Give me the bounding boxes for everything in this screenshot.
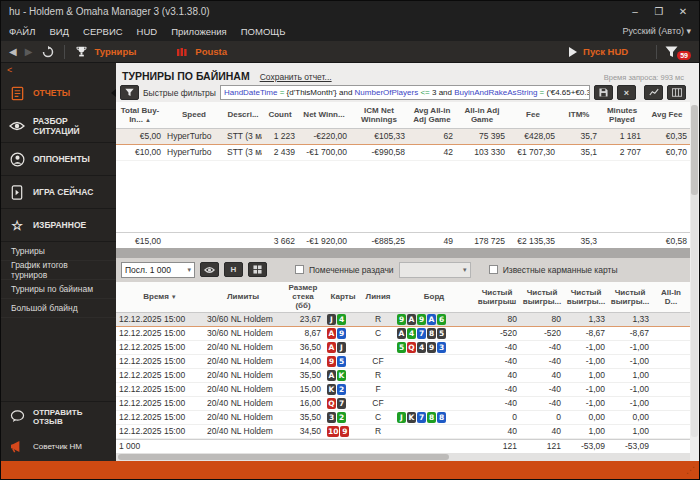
quick-filter-button[interactable] <box>120 85 139 100</box>
vscroll-thumb[interactable] <box>691 105 698 195</box>
minimize-button[interactable]: – <box>623 3 647 19</box>
refresh-icon[interactable] <box>40 44 56 60</box>
column-header[interactable]: Total Buy-In...▲ <box>116 102 164 128</box>
menu-file[interactable]: ФАЙЛ <box>9 26 35 37</box>
sidebar-item-live-play[interactable]: ИГРА СЕЙЧАС <box>1 176 116 209</box>
nav-forward-button[interactable]: ▶ <box>25 46 33 57</box>
horizontal-scrollbar[interactable] <box>116 453 690 461</box>
buyin-cell: 75 395 <box>456 128 508 144</box>
sidebar-item-opponents[interactable]: ОППОНЕНТЫ <box>1 143 116 176</box>
buyin-cell: 2 707 <box>600 144 644 160</box>
column-header[interactable]: Net Winn... <box>298 102 350 128</box>
hand-allin <box>652 340 690 354</box>
column-header[interactable]: ICM Net Winnings <box>350 102 408 128</box>
grid-view-button[interactable] <box>248 262 267 277</box>
column-header[interactable]: Avg All-in Adj Game <box>408 102 456 128</box>
hand-row[interactable]: 12.12.2025 15:0020/40 NL Holdem16,00Q7CF… <box>116 396 690 410</box>
sidebar-collapse-button[interactable]: < <box>1 63 116 77</box>
hand-net-win-2: 0 <box>520 410 564 424</box>
column-header[interactable]: Линия <box>362 282 394 312</box>
sidebar-item-hand-review[interactable]: РАЗБОР СИТУАЦИЙ <box>1 110 116 143</box>
column-header[interactable]: Count <box>262 102 298 128</box>
graph-view-button[interactable] <box>644 85 663 100</box>
save-filter-button[interactable] <box>594 85 613 100</box>
buyin-row[interactable]: €5,00HyperTurboSTT (3 ма1 223-€220,00€10… <box>116 128 690 144</box>
resize-grip[interactable]: ⋰ <box>686 465 696 475</box>
favorite-tournaments[interactable]: Турниры <box>1 242 116 261</box>
run-hud-button[interactable]: Пуск HUD <box>568 46 628 57</box>
live-play-icon <box>9 184 25 200</box>
favorite-big-blind[interactable]: Большой блайнд <box>1 299 116 318</box>
marked-hands-checkbox[interactable] <box>295 265 304 274</box>
hm-advisor-button[interactable]: Советчик HM <box>1 431 116 461</box>
favorite-tournament-results-graph[interactable]: График итогов турниров <box>1 261 116 280</box>
column-header[interactable]: Чистый выигрыш <box>474 282 520 312</box>
nav-back-button[interactable]: ◀ <box>9 46 17 57</box>
vertical-scrollbar[interactable] <box>691 105 698 437</box>
column-header[interactable]: Борд <box>394 282 474 312</box>
column-header[interactable]: Чистый выигры... <box>520 282 564 312</box>
card-chip: 3 <box>327 412 336 423</box>
hand-cards: K2 <box>324 382 362 396</box>
column-header[interactable]: ITM% <box>558 102 600 128</box>
tab-pousta[interactable]: Pousta <box>174 44 227 60</box>
hud-stats-button[interactable]: H <box>224 262 243 277</box>
hscroll-thumb[interactable] <box>118 454 449 460</box>
menu-view[interactable]: ВИД <box>49 26 69 37</box>
filter-expression[interactable]: HandDateTime = {d'ThisMonth'} and Number… <box>220 85 590 100</box>
column-header[interactable]: Карты <box>324 282 362 312</box>
menu-help[interactable]: ПОМОЩЬ <box>241 26 286 37</box>
hand-row[interactable]: 12.12.2025 15:0020/40 NL Holdem15,00K2F-… <box>116 382 690 396</box>
maximize-button[interactable]: ❒ <box>647 3 671 19</box>
hands-total-cell <box>394 439 474 453</box>
column-header[interactable]: Speed <box>164 102 224 128</box>
marked-hands-tag-select[interactable]: ▾ <box>399 262 471 278</box>
buyin-table: Total Buy-In...▲SpeedDescri...CountNet W… <box>116 102 690 161</box>
column-header[interactable]: Чистый выигры... <box>564 282 608 312</box>
hand-stack: 35,50 <box>282 368 324 382</box>
hand-row[interactable]: 12.12.2025 15:0020/40 NL Holdem34,50109R… <box>116 424 690 438</box>
hand-row[interactable]: 12.12.2025 15:0020/40 NL Holdem14,0095CF… <box>116 354 690 368</box>
hand-net-win-2: 40 <box>520 368 564 382</box>
last-hands-select[interactable]: Посл. 1 000 ▾ <box>121 262 195 278</box>
buyin-total-cell: 49 <box>408 233 456 248</box>
tab-tournaments[interactable]: Турниры <box>73 44 136 60</box>
filters-button[interactable]: 59 <box>665 43 691 60</box>
clear-filter-button[interactable]: × <box>617 85 636 100</box>
column-header[interactable]: All-In D... <box>652 282 690 312</box>
hand-row[interactable]: 12.12.2025 15:0020/40 NL Holdem35,5032CJ… <box>116 410 690 424</box>
hand-net-win-bb: -1,00 <box>564 340 608 354</box>
column-header[interactable]: Размер стека (бб) <box>282 282 324 312</box>
send-feedback-button[interactable]: ОТПРАВИТЬ ОТЗЫВ <box>1 401 116 431</box>
language-selector[interactable]: Русский (Авто) ▾ <box>622 26 691 36</box>
column-header[interactable]: Время▼ <box>116 282 204 312</box>
hand-row[interactable]: 12.12.2025 15:0020/40 NL Holdem35,50AKR4… <box>116 368 690 382</box>
sidebar-item-reports[interactable]: ОТЧЕТЫ <box>1 77 116 110</box>
column-header[interactable]: All-in Adj Game <box>456 102 508 128</box>
columns-button[interactable] <box>667 85 686 100</box>
hand-row[interactable]: 12.12.2025 15:0030/60 NL Holdem23,67J4R9… <box>116 312 690 326</box>
menu-apps[interactable]: Приложения <box>171 26 227 37</box>
menu-hud[interactable]: HUD <box>137 26 158 37</box>
buyin-row[interactable]: €10,00HyperTurboSTT (3 ма2 439-€1 700,00… <box>116 144 690 160</box>
column-header[interactable]: Descri... <box>224 102 262 128</box>
column-header[interactable]: Fee <box>508 102 558 128</box>
favorite-tournaments-by-buyin[interactable]: Турниры по байинам <box>1 280 116 299</box>
toolbar-separator <box>64 45 65 59</box>
column-header[interactable]: Minutes Played <box>600 102 644 128</box>
known-cards-checkbox[interactable] <box>489 265 498 274</box>
sidebar-item-favorites[interactable]: ☆ ИЗБРАННОЕ <box>1 209 116 242</box>
column-header[interactable]: Чистый выигры... <box>608 282 652 312</box>
menu-service[interactable]: СЕРВИС <box>83 26 123 37</box>
hand-row[interactable]: 12.12.2025 15:0020/40 NL Holdem36,50AJ5Q… <box>116 340 690 354</box>
bottom-status-bar: ⋰ <box>1 461 699 479</box>
card-chip: K <box>327 384 336 395</box>
buyin-cell: 103 330 <box>456 144 508 160</box>
column-header[interactable]: Avg Fee <box>644 102 690 128</box>
hand-net-win-bb-2: -1,00 <box>608 396 652 410</box>
replayer-button[interactable] <box>200 262 219 277</box>
column-header[interactable]: Лимиты <box>204 282 282 312</box>
hand-row[interactable]: 12.12.2025 15:0030/60 NL Holdem8,67A9CA4… <box>116 326 690 340</box>
save-report-link[interactable]: Сохранить отчет... <box>260 72 332 82</box>
close-button[interactable]: ✕ <box>671 3 695 19</box>
